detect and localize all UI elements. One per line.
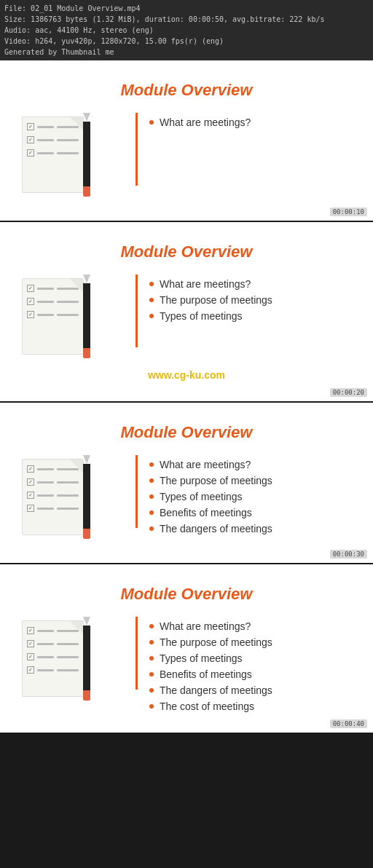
slide-1-title: Module Overview	[15, 81, 358, 100]
divider-1	[136, 113, 138, 186]
bullet-text: The purpose of meetings	[160, 636, 272, 648]
bullet-item-4-1: What are meetings?	[149, 620, 358, 632]
bullet-text: The purpose of meetings	[160, 475, 272, 486]
bullet-text: Benefits of meetings	[160, 668, 252, 680]
slide-3-illustration: ✓✓✓✓	[15, 455, 124, 542]
bullet-item-4-5: The dangers of meetings	[149, 684, 358, 696]
info-line-5: Generated by Thumbnail me	[4, 47, 369, 58]
bullet-text: What are meetings?	[160, 278, 251, 290]
pencil-2	[82, 275, 92, 358]
bullet-text: The dangers of meetings	[160, 684, 272, 696]
bullet-item-4-4: Benefits of meetings	[149, 668, 358, 680]
bullet-text: Types of meetings	[160, 491, 243, 502]
bullet-dot	[149, 510, 154, 515]
divider-4	[136, 617, 138, 690]
bullet-dot	[149, 494, 154, 499]
bullet-text: The cost of meetings	[160, 701, 254, 712]
bullet-item-2-3: Types of meetings	[149, 310, 358, 322]
bullet-item-3-5: The dangers of meetings	[149, 523, 358, 534]
bullet-text: What are meetings?	[160, 620, 251, 632]
info-line-2: Size: 1386763 bytes (1.32 MiB), duration…	[4, 14, 369, 25]
bullet-item-4-3: Types of meetings	[149, 652, 358, 664]
bullet-item-3-3: Types of meetings	[149, 491, 358, 502]
bullet-list-1: What are meetings?	[149, 113, 358, 128]
bullet-dot	[149, 282, 154, 286]
slide-4-illustration: ✓✓✓✓	[15, 617, 124, 704]
pencil-3	[82, 455, 92, 539]
bullet-text: The dangers of meetings	[160, 523, 272, 534]
bullet-list-2: What are meetings?The purpose of meeting…	[149, 275, 358, 322]
bullet-item-2-2: The purpose of meetings	[149, 294, 358, 306]
bullet-text: What are meetings?	[160, 459, 251, 470]
slide-1: Module Overview✓✓✓ What are meetings?00:…	[0, 60, 373, 222]
bullet-list-4: What are meetings?The purpose of meeting…	[149, 617, 358, 712]
bullet-dot	[149, 624, 154, 628]
bullet-item-3-4: Benefits of meetings	[149, 507, 358, 518]
bullet-dot	[149, 314, 154, 318]
bullet-dot	[149, 688, 154, 693]
bullet-dot	[149, 526, 154, 531]
bullet-text: What are meetings?	[160, 117, 251, 128]
timestamp-1: 00:00:10	[330, 208, 367, 216]
info-bar: File: 02_01 Module Overview.mp4 Size: 13…	[0, 0, 373, 60]
bullet-text: The purpose of meetings	[160, 294, 272, 306]
timestamp-2: 00:00:20	[330, 388, 367, 397]
info-line-4: Video: h264, yuv420p, 1280x720, 15.00 fp…	[4, 36, 369, 47]
slide-4: Module Overview✓✓✓✓ What are meetings?Th…	[0, 564, 373, 734]
bullet-list-3: What are meetings?The purpose of meeting…	[149, 455, 358, 534]
watermark-2: www.cg-ku.com	[15, 369, 358, 381]
bullet-item-4-6: The cost of meetings	[149, 701, 358, 712]
slide-2-title: Module Overview	[15, 242, 358, 261]
bullet-dot	[149, 704, 154, 709]
info-line-1: File: 02_01 Module Overview.mp4	[4, 3, 369, 14]
bullet-text: Types of meetings	[160, 652, 243, 664]
pencil-1	[82, 113, 92, 197]
bullet-text: Benefits of meetings	[160, 507, 252, 518]
info-line-3: Audio: aac, 44100 Hz, stereo (eng)	[4, 25, 369, 36]
bullet-dot	[149, 656, 154, 660]
bullet-dot	[149, 298, 154, 302]
slide-4-title: Module Overview	[15, 585, 358, 604]
bullet-dot	[149, 462, 154, 467]
timestamp-3: 00:00:30	[330, 550, 367, 559]
divider-3	[136, 455, 138, 528]
slide-3-title: Module Overview	[15, 423, 358, 442]
bullet-dot	[149, 120, 154, 125]
slide-3: Module Overview✓✓✓✓ What are meetings?Th…	[0, 403, 373, 564]
slide-2: Module Overview✓✓✓ What are meetings?The…	[0, 222, 373, 403]
bullet-item-2-1: What are meetings?	[149, 278, 358, 290]
pencil-4	[82, 617, 92, 701]
bullet-item-3-2: The purpose of meetings	[149, 475, 358, 486]
bullet-item-1-1: What are meetings?	[149, 117, 358, 128]
divider-2	[136, 275, 138, 347]
bullet-dot	[149, 640, 154, 644]
bullet-text: Types of meetings	[160, 310, 243, 322]
bullet-dot	[149, 478, 154, 483]
slide-2-illustration: ✓✓✓	[15, 275, 124, 362]
bullet-dot	[149, 672, 154, 676]
slide-1-illustration: ✓✓✓	[15, 113, 124, 200]
bullet-item-4-2: The purpose of meetings	[149, 636, 358, 648]
timestamp-4: 00:00:40	[330, 719, 367, 728]
bullet-item-3-1: What are meetings?	[149, 459, 358, 470]
